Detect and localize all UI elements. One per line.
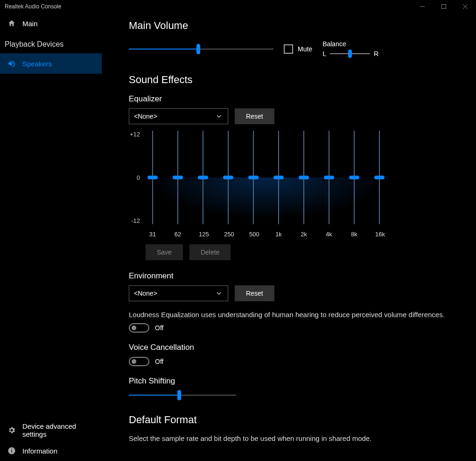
- environment-preset-dropdown[interactable]: <None>: [129, 285, 228, 301]
- pitch-shifting-label: Pitch Shifting: [129, 376, 465, 386]
- window-controls: [412, 0, 476, 13]
- eq-y-mid: 0: [129, 174, 140, 181]
- nav-speakers-label: Speakers: [22, 60, 52, 68]
- chevron-down-icon: [215, 112, 223, 121]
- voice-cancellation-toggle[interactable]: [129, 357, 149, 366]
- loudness-description: Loudness Equalization uses understanding…: [129, 311, 465, 319]
- balance-left-label: L: [322, 50, 326, 57]
- nav-advanced-label: Device advanced settings: [22, 422, 94, 438]
- balance-label: Balance: [322, 40, 378, 48]
- svg-rect-1: [442, 5, 446, 9]
- eq-freq-label: 62: [174, 231, 182, 238]
- eq-y-top: +12: [129, 131, 140, 138]
- nav-information[interactable]: Information: [0, 440, 102, 461]
- mute-label: Mute: [298, 45, 312, 53]
- equalizer-sliders: [146, 131, 386, 224]
- eq-band-2k[interactable]: [300, 131, 308, 224]
- pitch-shifting-slider[interactable]: [129, 390, 236, 400]
- mute-checkbox[interactable]: [284, 44, 293, 54]
- equalizer-preset-dropdown[interactable]: <None>: [129, 108, 228, 124]
- equalizer-delete-button[interactable]: Delete: [189, 244, 231, 260]
- balance-slider[interactable]: [330, 50, 370, 58]
- svg-rect-5: [11, 450, 12, 453]
- eq-freq-label: 125: [199, 231, 207, 238]
- speaker-icon: [7, 59, 16, 68]
- eq-band-1k[interactable]: [274, 131, 283, 224]
- eq-freq-label: 4k: [325, 231, 333, 238]
- eq-band-125[interactable]: [199, 131, 207, 224]
- main-volume-title: Main Volume: [129, 20, 465, 32]
- eq-freq-label: 250: [224, 231, 232, 238]
- equalizer-save-button[interactable]: Save: [146, 244, 183, 260]
- nav-main[interactable]: Main: [0, 13, 102, 34]
- eq-band-500[interactable]: [249, 131, 258, 224]
- nav-info-label: Information: [22, 447, 57, 455]
- eq-freq-label: 2k: [300, 231, 308, 238]
- default-format-title: Default Format: [129, 414, 465, 426]
- info-icon: [7, 447, 16, 455]
- eq-band-31[interactable]: [148, 131, 157, 224]
- close-button[interactable]: [455, 0, 476, 13]
- loudness-state: Off: [155, 324, 163, 332]
- nav-main-label: Main: [22, 20, 38, 28]
- main-volume-slider[interactable]: [129, 44, 273, 54]
- eq-band-8k[interactable]: [350, 131, 358, 224]
- eq-freq-label: 8k: [350, 231, 358, 238]
- home-icon: [7, 19, 16, 28]
- voice-cancellation-label: Voice Cancellation: [129, 343, 465, 352]
- window-title: Realtek Audio Console: [5, 3, 61, 10]
- playback-devices-header: Playback Devices: [0, 34, 102, 53]
- environment-reset-button[interactable]: Reset: [235, 285, 274, 301]
- equalizer-label: Equalizer: [129, 94, 465, 104]
- maximize-button[interactable]: [433, 0, 455, 13]
- chevron-down-icon: [215, 289, 223, 298]
- eq-freq-label: 500: [249, 231, 258, 238]
- eq-freq-label: 16k: [375, 231, 384, 238]
- voice-cancellation-state: Off: [155, 358, 163, 365]
- default-format-description: Select the sample rate and bit depth to …: [129, 434, 465, 442]
- nav-speakers[interactable]: Speakers: [0, 53, 102, 74]
- eq-freq-label: 31: [148, 231, 157, 238]
- eq-y-bot: -12: [129, 217, 140, 224]
- eq-freq-label: 1k: [274, 231, 283, 238]
- environment-preset-value: <None>: [134, 290, 157, 297]
- nav-advanced-settings[interactable]: Device advanced settings: [0, 420, 102, 440]
- eq-band-250[interactable]: [224, 131, 232, 224]
- equalizer-reset-button[interactable]: Reset: [235, 108, 274, 124]
- minimize-button[interactable]: [412, 0, 433, 13]
- gear-icon: [7, 426, 16, 434]
- balance-right-label: R: [374, 50, 378, 57]
- equalizer-preset-value: <None>: [134, 113, 157, 120]
- environment-label: Environment: [129, 271, 465, 281]
- svg-rect-6: [11, 449, 12, 450]
- loudness-toggle[interactable]: [129, 323, 149, 333]
- eq-band-62[interactable]: [174, 131, 182, 224]
- eq-band-16k[interactable]: [375, 131, 384, 224]
- sound-effects-title: Sound Effects: [129, 74, 465, 86]
- eq-band-4k[interactable]: [325, 131, 333, 224]
